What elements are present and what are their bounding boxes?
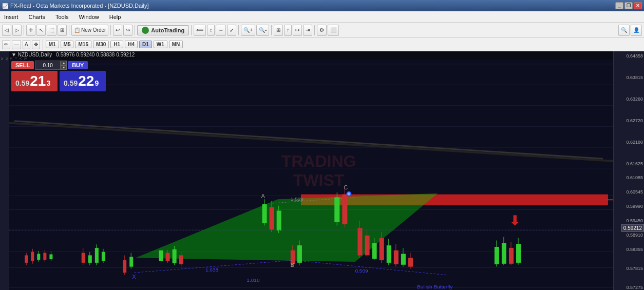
user-icon: 👤 <box>633 27 639 33</box>
some-tool-2[interactable]: ↪ <box>123 25 132 36</box>
lot-spinner: ▲ ▼ <box>61 61 67 70</box>
buy-price-main: 22 <box>78 73 94 89</box>
properties-button[interactable]: ⚙ <box>317 25 327 36</box>
price-label-8: 0.60545 <box>626 189 643 195</box>
sell-price-sup: 3 <box>46 79 50 87</box>
chart-main[interactable]: ▼ NZDUSD,Daily 0.58976 0.59240 0.58838 0… <box>9 51 613 290</box>
chart-canvas[interactable]: ⬇ <box>9 60 613 290</box>
auto-trading-label: AutoTrading <box>151 27 184 33</box>
tf-w1[interactable]: W1 <box>154 41 167 48</box>
grid-icon: ⊞ <box>276 27 280 33</box>
left-sidebar: MvisNasSgP <box>0 51 9 290</box>
zoom-out-button[interactable]: 🔍- <box>256 25 269 36</box>
tf-m15[interactable]: M15 <box>75 41 91 48</box>
menu-tools[interactable]: Tools <box>53 13 71 21</box>
text-icon: A <box>25 42 28 47</box>
separator-7 <box>271 25 272 35</box>
close-button[interactable]: ✕ <box>634 2 642 9</box>
zoom-out-icon: 🔍- <box>259 27 267 33</box>
sell-price-prefix: 0.59 <box>15 79 29 87</box>
line-tool[interactable]: — <box>12 40 21 49</box>
menu-help[interactable]: Help <box>107 13 123 21</box>
new-order-label: New Order <box>81 27 106 33</box>
svg-text:1.529: 1.529 <box>291 196 304 202</box>
line-icon: — <box>14 42 19 47</box>
separator-6 <box>238 25 239 35</box>
current-price-label: 0.59212 <box>621 224 644 232</box>
move-tool[interactable]: ✥ <box>32 40 40 49</box>
tf-h1[interactable]: H1 <box>110 41 123 48</box>
chart-symbol: ▼ NZDUSD,Daily <box>11 52 52 57</box>
zoom-select-button[interactable]: ⬚ <box>47 25 56 36</box>
svg-text:⬇: ⬇ <box>509 213 521 228</box>
search-button[interactable]: 🔍 <box>618 25 630 36</box>
lot-up-button[interactable]: ▲ <box>61 61 67 65</box>
price-label-11: 0.58910 <box>626 233 643 238</box>
svg-text:A: A <box>261 194 266 200</box>
lot-down-button[interactable]: ▼ <box>61 65 67 70</box>
tf-m30[interactable]: M30 <box>93 41 109 48</box>
price-label-12: 0.58355 <box>626 247 643 252</box>
window-title: FX-Real - Octa Markets Incorporated - [N… <box>10 3 149 9</box>
price-panels: 0.59 21 3 0.59 22 9 <box>11 71 106 91</box>
volume-button[interactable]: ↑ <box>284 25 292 36</box>
crosshair-button[interactable]: ✛ <box>26 25 35 36</box>
volume-icon: ↑ <box>287 27 289 33</box>
chart-tool-3[interactable]: ↔ <box>216 25 226 36</box>
pointer-button[interactable]: ↖ <box>36 25 46 36</box>
sell-price-main: 21 <box>30 73 46 89</box>
svg-rect-40 <box>129 257 133 266</box>
menu-bar: Insert Charts Tools Window Help <box>0 11 644 23</box>
autoscroll-icon: ↦ <box>295 27 299 33</box>
buy-price-panel[interactable]: 0.59 22 9 <box>60 71 106 91</box>
app-icon: 📈 <box>2 3 8 9</box>
chart-info-bar: ▼ NZDUSD,Daily 0.58976 0.59240 0.58838 0… <box>9 51 137 58</box>
sell-button[interactable]: SELL <box>11 61 34 69</box>
period-icon: ⊞ <box>60 27 64 33</box>
minimize-button[interactable]: _ <box>615 2 623 9</box>
separator-4 <box>135 25 135 35</box>
back-icon: ◁ <box>5 27 9 33</box>
zoom-in-button[interactable]: 🔍+ <box>241 25 255 36</box>
auto-trading-button[interactable]: AutoTrading <box>137 25 189 35</box>
pencil-tool[interactable]: ✏ <box>2 40 10 49</box>
menu-insert[interactable]: Insert <box>2 13 21 21</box>
restore-button[interactable]: ❐ <box>624 2 633 9</box>
title-bar-controls: _ ❐ ✕ <box>615 2 642 9</box>
sell-price-panel[interactable]: 0.59 21 3 <box>11 71 58 91</box>
back-button[interactable]: ◁ <box>2 25 11 36</box>
chart-tool-1[interactable]: ⟸ <box>194 25 206 36</box>
menu-charts[interactable]: Charts <box>27 13 47 21</box>
tf-d1[interactable]: D1 <box>139 41 152 48</box>
tf-h4[interactable]: H4 <box>125 41 138 48</box>
text-tool[interactable]: A <box>23 40 30 49</box>
svg-text:B: B <box>291 262 294 268</box>
separator-5 <box>191 25 192 35</box>
user-button[interactable]: 👤 <box>631 25 642 36</box>
buy-button[interactable]: BUY <box>68 61 88 69</box>
menu-window[interactable]: Window <box>77 13 101 21</box>
period-button[interactable]: ⊞ <box>58 25 67 36</box>
price-label-5: 0.62180 <box>626 140 643 145</box>
svg-text:C: C <box>344 184 348 190</box>
tf-m5[interactable]: M5 <box>61 41 74 48</box>
sell-price-box: 0.59 21 3 <box>15 73 53 89</box>
autoscroll-button[interactable]: ↦ <box>293 25 302 36</box>
chart-shift-button[interactable]: ⇥ <box>303 25 312 36</box>
lot-input[interactable] <box>35 61 61 70</box>
price-label-3: 0.63260 <box>626 96 643 102</box>
price-label-2: 0.63815 <box>626 75 643 80</box>
some-tool-1[interactable]: ↩ <box>113 25 122 36</box>
chart-tool-2[interactable]: ↕ <box>207 25 215 36</box>
template-button[interactable]: ⬜ <box>328 25 339 36</box>
pencil-icon: ✏ <box>4 42 8 47</box>
price-label-4: 0.62720 <box>626 118 643 123</box>
tf-m1[interactable]: M1 <box>46 41 59 48</box>
new-order-button[interactable]: 📋 New Order <box>71 25 108 36</box>
tf-mn[interactable]: MN <box>169 41 183 48</box>
chart-tool-4[interactable]: ⤢ <box>227 25 236 36</box>
tf-sep-1 <box>43 40 43 50</box>
grid-button[interactable]: ⊞ <box>274 25 283 36</box>
price-label-14: 0.57275 <box>626 285 643 290</box>
forward-button[interactable]: ▷ <box>12 25 22 36</box>
